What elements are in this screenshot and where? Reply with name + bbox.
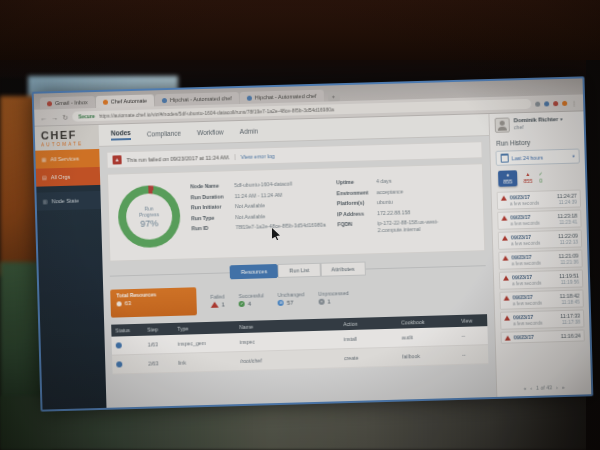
browser-menu-icon[interactable]: ⋮ <box>571 99 577 106</box>
sidebar-item-all-orgs[interactable]: ▤All Orgs <box>36 167 100 187</box>
detail-row: IP Address172.22.88.158 <box>337 207 475 217</box>
sidebar-item-label: All Orgs <box>51 174 71 181</box>
detail-value: ip-172-22-88-158.us-west-2.compute.inter… <box>377 217 475 233</box>
row-type: link <box>174 358 236 366</box>
next-page-button[interactable]: › <box>556 384 558 390</box>
donut-center: Run Progress 97% <box>117 185 181 249</box>
forward-icon[interactable]: → <box>51 114 58 121</box>
nav-item-compliance[interactable]: Compliance <box>147 130 182 138</box>
node-details-left: Node Name5df-ubuntu-1604-datacollRun Dur… <box>190 180 330 252</box>
resources-table: StatusStepTypeNameActionCookbookView 1/6… <box>111 314 489 402</box>
run-history-item[interactable]: 09/23/17a few seconds11:18:4211:18:45 <box>499 289 583 309</box>
chevron-down-icon: ▾ <box>560 116 563 122</box>
last-page-button[interactable]: » <box>562 384 565 390</box>
stat-number: 57 <box>287 300 294 306</box>
run-item-left: 09/23/17 <box>514 333 558 340</box>
run-date: 09/23/17 <box>510 213 554 220</box>
detail-label: Node Name <box>190 182 234 190</box>
run-history-item[interactable]: 09/23/17a few seconds11:22:0911:22:13 <box>498 229 582 249</box>
total-resources-value: 63 <box>117 298 191 306</box>
failed-run-icon <box>502 256 508 261</box>
stat-successful: Successful✓4 <box>239 292 264 307</box>
sidebar-item-all-services[interactable]: ▦All Services <box>35 149 99 169</box>
run-date: 09/23/17 <box>512 273 556 280</box>
view-error-log-link[interactable]: View error log <box>235 153 275 160</box>
detail-row: Platform(s)ubuntu <box>337 196 475 206</box>
sidebar-item-label: Node State <box>51 198 79 205</box>
prev-page-button[interactable]: ‹ <box>530 385 532 391</box>
nav-item-nodes[interactable]: Nodes <box>111 129 131 141</box>
row-step: 1/63 <box>144 341 174 348</box>
successful-icon: ✓ <box>239 301 245 307</box>
user-name: Dominik Richter▾ <box>514 116 563 124</box>
detail-label: Run Initiator <box>191 203 235 211</box>
run-item-left: 09/23/17a few seconds <box>513 313 558 326</box>
chip-value: 855 <box>523 178 532 184</box>
chip-failed[interactable]: ▲855 <box>523 172 533 184</box>
tab-resources[interactable]: Resources <box>230 264 279 279</box>
new-tab-button[interactable]: + <box>327 92 339 101</box>
total-icon: ● <box>506 172 509 177</box>
tab-attributes[interactable]: Attributes <box>320 262 366 277</box>
stat-number: 4 <box>248 301 251 307</box>
row-status <box>112 341 144 349</box>
row-view[interactable]: -- <box>458 332 488 339</box>
detail-value: Not Available <box>235 211 329 220</box>
tab-favicon <box>162 98 167 103</box>
calendar-icon <box>501 153 509 162</box>
run-duration: a few seconds <box>513 300 557 306</box>
sidebar-item-icon: ▤ <box>42 174 47 180</box>
run-history-item[interactable]: 09/23/17a few seconds11:23:1811:23:41 <box>497 209 581 229</box>
run-history-item[interactable]: 09/23/17a few seconds11:19:5111:19:56 <box>499 269 583 289</box>
donut-label: Run Progress <box>139 205 159 218</box>
tab-run-list[interactable]: Run List <box>278 263 321 278</box>
detail-label: Run Type <box>191 214 235 222</box>
nav-item-workflow[interactable]: Workflow <box>197 128 224 136</box>
column-header: Step <box>143 326 173 333</box>
unprocessed-icon: × <box>318 299 324 305</box>
total-resources-card[interactable]: Total Resources 63 <box>110 287 197 317</box>
content-area: ▲ This run failed on 09/23/2017 at 11:24… <box>99 136 496 408</box>
run-date: 09/23/17 <box>510 193 554 200</box>
run-history-item[interactable]: 09/23/17a few seconds11:24:2711:24:39 <box>497 189 581 209</box>
column-header: Cookbook <box>397 318 457 326</box>
run-history-item[interactable]: 09/23/17a few seconds11:21:0911:21:36 <box>498 249 582 269</box>
stat-value: ✓4 <box>239 300 264 307</box>
sidebar-item-node-state[interactable]: ▥Node State <box>36 191 100 211</box>
chip-success[interactable]: ✓0 <box>538 172 543 184</box>
run-history-item[interactable]: 09/23/1711:16:24 <box>501 329 585 343</box>
time-range-dropdown[interactable]: Last 24 hours ▾ <box>495 149 579 166</box>
failed-run-icon <box>502 236 508 241</box>
user-block[interactable]: Dominik Richter▾ chef <box>495 116 579 133</box>
run-item-right: 11:21:0911:21:36 <box>559 253 579 266</box>
column-header: Action <box>339 320 397 328</box>
detail-row: Environmentacceptance <box>336 186 474 196</box>
detail-label: Uptime <box>336 178 376 186</box>
extension-icon[interactable] <box>544 101 549 106</box>
nav-item-admin[interactable]: Admin <box>240 127 259 135</box>
detail-value: Not Available <box>235 201 329 210</box>
back-icon[interactable]: ← <box>40 114 47 121</box>
extension-icon[interactable] <box>553 101 558 106</box>
sidebar-item-icon: ▦ <box>41 156 46 162</box>
row-view[interactable]: -- <box>458 351 488 358</box>
reload-icon[interactable]: ↻ <box>62 113 68 120</box>
run-end-time: 11:18:45 <box>560 300 580 306</box>
chip-value: 855 <box>503 178 512 184</box>
secure-badge: Secure <box>78 113 95 119</box>
failed-icon <box>211 302 219 308</box>
tab-favicon <box>47 101 52 106</box>
tab-label: Chef Automate <box>111 98 148 105</box>
failed-run-icon <box>504 296 510 301</box>
sidebar-item-label: All Services <box>50 155 79 162</box>
run-item-right: 11:18:4211:18:45 <box>560 293 580 306</box>
extension-icon[interactable] <box>562 100 567 105</box>
stat-value: ×1 <box>318 298 349 305</box>
first-page-button[interactable]: « <box>523 385 526 391</box>
run-duration: a few seconds <box>511 240 555 246</box>
extension-icon[interactable] <box>535 101 540 106</box>
stat-number: 1 <box>327 299 330 305</box>
chip-total[interactable]: ●855 <box>498 170 518 187</box>
tab-favicon <box>247 95 252 100</box>
run-history-item[interactable]: 09/23/17a few seconds11:17:3311:17:38 <box>500 309 584 329</box>
